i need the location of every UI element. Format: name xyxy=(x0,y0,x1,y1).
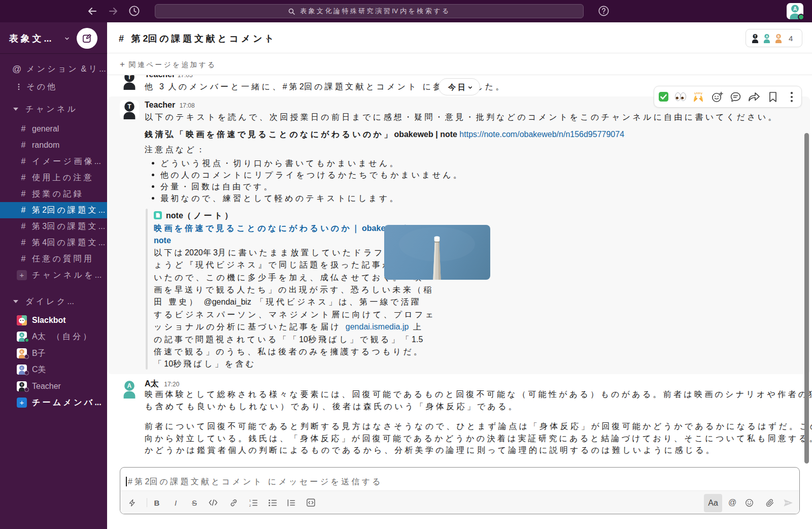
svg-text:C: C xyxy=(21,367,23,370)
svg-text:A: A xyxy=(21,334,23,337)
svg-text:A: A xyxy=(766,35,768,38)
svg-text:1: 1 xyxy=(249,499,251,502)
svg-text:B: B xyxy=(21,350,23,353)
svg-text:T: T xyxy=(127,103,131,110)
svg-text:T: T xyxy=(127,75,131,81)
svg-text:A: A xyxy=(127,382,132,389)
svg-text:B: B xyxy=(777,35,780,38)
svg-text:T: T xyxy=(21,383,23,386)
svg-text:A: A xyxy=(793,6,797,12)
svg-text:T: T xyxy=(754,35,756,38)
svg-text:2: 2 xyxy=(249,504,251,507)
